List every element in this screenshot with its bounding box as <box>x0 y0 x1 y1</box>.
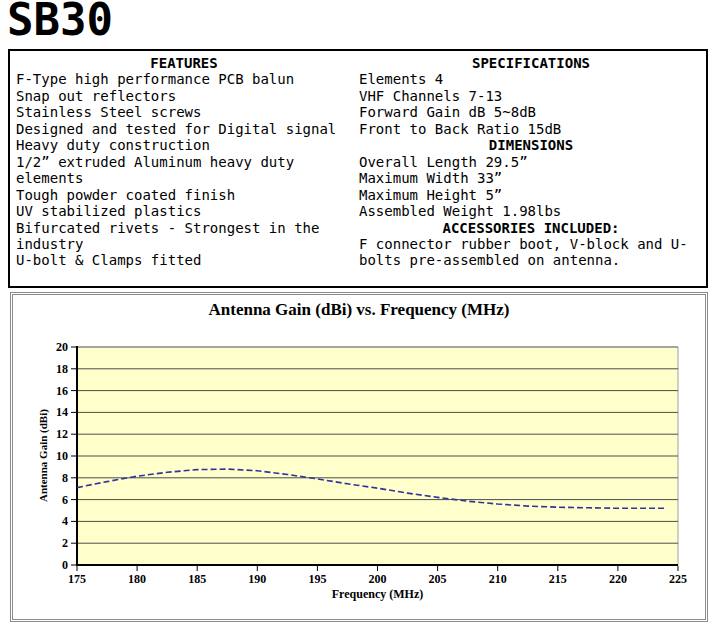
text-line: Forward Gain dB 5~8dB <box>359 104 703 120</box>
features-column: FEATURESF-Type high performance PCB balu… <box>16 55 352 269</box>
section-heading: ACCESSORIES INCLUDED: <box>359 220 703 236</box>
x-tick-label: 180 <box>128 572 146 586</box>
x-tick-label: 175 <box>68 572 86 586</box>
text-line: Stainless Steel screws <box>16 104 352 120</box>
text-line: Elements 4 <box>359 71 703 87</box>
text-line: Front to Back Ratio 15dB <box>359 121 703 137</box>
text-line: F-Type high performance PCB balun <box>16 71 352 87</box>
text-line: Assembled Weight 1.98lbs <box>359 203 703 219</box>
x-tick-label: 185 <box>188 572 206 586</box>
x-tick-label: 215 <box>549 572 567 586</box>
y-tick-label: 8 <box>62 471 68 485</box>
text-line: Maximum Height 5” <box>359 187 703 203</box>
text-line: Designed and tested for Digital signal <box>16 121 352 137</box>
text-line: Bifurcated rivets - Strongest in the <box>16 220 352 236</box>
x-tick-label: 210 <box>489 572 507 586</box>
datasheet-page: { "page": { "title": "SB30" }, "info_box… <box>0 0 717 636</box>
text-line: Maximum Width 33” <box>359 170 703 186</box>
y-tick-label: 12 <box>56 427 68 441</box>
y-tick-label: 2 <box>62 536 68 550</box>
text-line: Heavy duty construction <box>16 137 352 153</box>
x-tick-label: 225 <box>669 572 687 586</box>
y-tick-label: 16 <box>56 384 68 398</box>
text-line: industry <box>16 236 352 252</box>
text-line: Tough powder coated finish <box>16 187 352 203</box>
page-title: SB30 <box>7 0 113 43</box>
text-line: UV stabilized plastics <box>16 203 352 219</box>
text-line: U-bolt & Clamps fitted <box>16 252 352 268</box>
x-tick-label: 195 <box>308 572 326 586</box>
y-tick-label: 20 <box>56 340 68 354</box>
x-tick-label: 190 <box>248 572 266 586</box>
section-heading: FEATURES <box>16 55 352 71</box>
x-tick-label: 200 <box>369 572 387 586</box>
text-line: Overall Length 29.5” <box>359 154 703 170</box>
gain-chart: 0246810121416182017518018519019520020521… <box>13 295 705 619</box>
text-line: bolts pre-assembled on antenna. <box>359 252 703 268</box>
text-line: VHF Channels 7-13 <box>359 88 703 104</box>
section-heading: DIMENSIONS <box>359 137 703 153</box>
specifications-column: SPECIFICATIONSElements 4VHF Channels 7-1… <box>359 55 703 269</box>
section-heading: SPECIFICATIONS <box>359 55 703 71</box>
text-line: F connector rubber boot, V-block and U- <box>359 236 703 252</box>
y-tick-label: 4 <box>62 514 68 528</box>
y-tick-label: 10 <box>56 449 68 463</box>
info-box: FEATURESF-Type high performance PCB balu… <box>8 49 708 288</box>
y-tick-label: 18 <box>56 362 68 376</box>
y-tick-label: 6 <box>62 493 68 507</box>
x-tick-label: 220 <box>609 572 627 586</box>
text-line: Snap out reflectors <box>16 88 352 104</box>
x-axis-label: Frequency (MHz) <box>77 587 678 602</box>
x-tick-label: 205 <box>429 572 447 586</box>
chart-panel: Antenna Gain (dBi) vs. Frequency (MHz) A… <box>10 292 708 622</box>
text-line: 1/2” extruded Aluminum heavy duty <box>16 154 352 170</box>
y-tick-label: 0 <box>62 558 68 572</box>
text-line: elements <box>16 170 352 186</box>
y-tick-label: 14 <box>56 405 68 419</box>
